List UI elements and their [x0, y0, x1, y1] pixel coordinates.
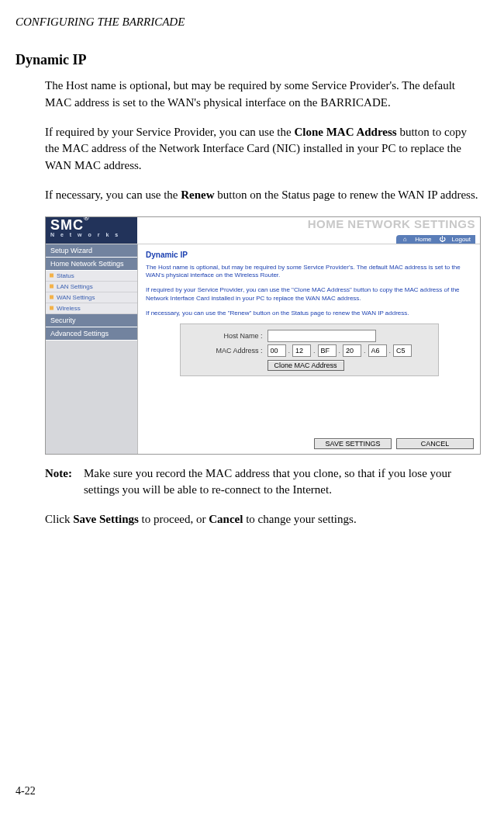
- page-number: 4-22: [16, 785, 36, 797]
- closing-b: to proceed, or: [139, 513, 209, 525]
- section-title: Dynamic IP: [16, 52, 481, 68]
- mac-seg-5[interactable]: [368, 344, 387, 357]
- footer-buttons: SAVE SETTINGS CANCEL: [314, 438, 474, 449]
- para3-bold: Renew: [181, 189, 214, 201]
- logo: SMC® N e t w o r k s: [46, 217, 137, 244]
- nav-advanced[interactable]: Advanced Settings: [46, 327, 137, 341]
- panel-p2: If required by your Service Provider, yo…: [146, 286, 472, 303]
- closing-bold2: Cancel: [209, 513, 243, 525]
- logo-text: SMC: [50, 217, 84, 233]
- screenshot-ui: SMC® N e t w o r k s HOME NETWORK SETTIN…: [45, 216, 481, 455]
- para3-b: button on the Status page to renew the W…: [215, 189, 478, 201]
- banner-title: HOME NETWORK SETTINGS: [142, 217, 475, 231]
- running-header: CONFIGURING THE BARRICADE: [16, 16, 481, 29]
- toolbar: ⌂Home ⏻Logout: [396, 235, 475, 244]
- para2-a: If required by your Service Provider, yo…: [45, 126, 294, 138]
- mac-sep: .: [311, 347, 318, 355]
- logout-icon[interactable]: ⏻: [438, 236, 446, 243]
- home-link[interactable]: Home: [415, 236, 431, 243]
- nav-security[interactable]: Security: [46, 314, 137, 327]
- mac-seg-4[interactable]: [343, 344, 361, 357]
- host-label: Host Name :: [185, 332, 268, 340]
- logo-sub: N e t w o r k s: [46, 232, 137, 237]
- mac-seg-6[interactable]: [393, 344, 412, 357]
- mac-seg-2[interactable]: [292, 344, 311, 357]
- note-label: Note:: [45, 465, 84, 500]
- nav-setup-wizard[interactable]: Setup Wizard: [46, 244, 137, 258]
- note: Note: Make sure you record the MAC addre…: [45, 465, 481, 500]
- nav-status[interactable]: Status: [46, 271, 137, 282]
- mac-sep: .: [286, 347, 293, 355]
- sidebar: Setup Wizard Home Network Settings Statu…: [46, 244, 138, 454]
- mac-label: MAC Address :: [185, 347, 268, 355]
- panel-title: Dynamic IP: [146, 251, 472, 259]
- paragraph-1: The Host name is optional, but may be re…: [45, 78, 481, 112]
- nav-fill: [46, 341, 137, 454]
- para3-a: If necessary, you can use the: [45, 189, 181, 201]
- closing-bold1: Save Settings: [73, 513, 139, 525]
- save-settings-button[interactable]: SAVE SETTINGS: [314, 438, 392, 449]
- mac-sep: .: [361, 347, 368, 355]
- mac-sep: .: [387, 347, 394, 355]
- mac-seg-1[interactable]: [268, 344, 286, 357]
- cancel-button[interactable]: CANCEL: [396, 438, 474, 449]
- panel-p1: The Host name is optional, but may be re…: [146, 264, 472, 281]
- closing-a: Click: [45, 513, 73, 525]
- mac-sep: .: [337, 347, 343, 355]
- para2-bold: Clone MAC Address: [294, 126, 396, 138]
- logo-reg: ®: [84, 217, 90, 222]
- note-text: Make sure you record the MAC address tha…: [84, 465, 481, 500]
- banner: HOME NETWORK SETTINGS ⌂Home ⏻Logout: [137, 217, 480, 244]
- host-input[interactable]: [268, 330, 376, 342]
- form-box: Host Name : MAC Address : . . . . . Clon…: [180, 323, 439, 376]
- paragraph-2: If required by your Service Provider, yo…: [45, 124, 481, 175]
- nav-home-network[interactable]: Home Network Settings: [46, 258, 137, 271]
- nav-lan-settings[interactable]: LAN Settings: [46, 282, 137, 292]
- clone-mac-button[interactable]: Clone MAC Address: [268, 360, 344, 371]
- nav-wireless[interactable]: Wireless: [46, 303, 137, 314]
- screenshot-header: SMC® N e t w o r k s HOME NETWORK SETTIN…: [46, 217, 480, 244]
- closing-c: to change your settings.: [243, 513, 356, 525]
- paragraph-3: If necessary, you can use the Renew butt…: [45, 187, 481, 204]
- logout-link[interactable]: Logout: [452, 236, 471, 243]
- mac-seg-3[interactable]: [318, 344, 337, 357]
- content-pane: Dynamic IP The Host name is optional, bu…: [138, 244, 480, 454]
- home-icon[interactable]: ⌂: [401, 236, 409, 243]
- nav-wan-settings[interactable]: WAN Settings: [46, 292, 137, 303]
- panel-p3: If necessary, you can use the "Renew" bu…: [146, 310, 472, 318]
- closing-paragraph: Click Save Settings to proceed, or Cance…: [45, 511, 481, 528]
